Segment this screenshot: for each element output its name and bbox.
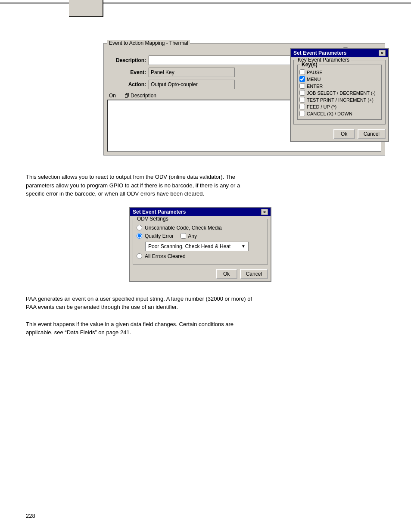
set-event-titlebar-1: Set Event Parameters × — [291, 49, 388, 57]
key-job-select-label: JOB SELECT / DECREMENT (-) — [307, 90, 376, 96]
radio-all-errors-input[interactable] — [137, 253, 142, 259]
action-value: Output Opto-coupler — [149, 80, 235, 89]
event-row: Event: Panel Key Set Event Parameters × … — [107, 68, 381, 77]
cancel-button-1[interactable]: Cancel — [358, 129, 386, 139]
dialog-buttons-1: Ok Cancel — [291, 127, 388, 141]
page-content: Event to Action Mapping - Thermal Uninte… — [26, 43, 385, 345]
event-value: Panel Key — [149, 68, 235, 77]
body-text-1: This selection allows you to react to ou… — [26, 173, 258, 198]
odv-titlebar: Set Event Parameters × — [130, 208, 271, 216]
dropdown-poor-scanning[interactable]: Poor Scanning, Check Head & Heat ▼ — [145, 242, 249, 251]
radio-unscannable-label: Unscannable Code, Check Media — [145, 225, 222, 231]
top-bar — [0, 0, 411, 3]
odv-settings-group: ODV Settings Unscannable Code, Check Med… — [133, 219, 268, 264]
key-pause-checkbox[interactable] — [299, 69, 305, 75]
ok-button-1[interactable]: Ok — [333, 129, 355, 139]
key-job-select: JOB SELECT / DECREMENT (-) — [299, 90, 380, 96]
key-enter: ENTER — [299, 83, 380, 89]
action-label: Action: — [107, 81, 146, 87]
first-dialog-wrapper: Event to Action Mapping - Thermal Uninte… — [103, 43, 385, 156]
page-number: 228 — [26, 513, 35, 519]
key-menu-checkbox[interactable] — [299, 76, 305, 82]
key-job-select-checkbox[interactable] — [299, 90, 305, 96]
key-test-print-label: TEST PRINT / INCREMENT (+) — [307, 97, 374, 103]
dialog-buttons-2: Ok Cancel — [130, 267, 271, 281]
radio-unscannable: Unscannable Code, Check Media — [137, 225, 264, 231]
event-label: Event: — [107, 69, 146, 75]
body-text-2: PAA generates an event on a user specifi… — [26, 295, 258, 311]
cancel-button-2[interactable]: Cancel — [240, 269, 268, 279]
key-feed-up-checkbox[interactable] — [299, 104, 305, 109]
set-event-title-1: Set Event Parameters — [293, 50, 346, 56]
keys-group: Key(s) PAUSE MENU — [297, 65, 382, 120]
ok-button-2[interactable]: Ok — [216, 269, 237, 279]
any-row: Any — [181, 233, 197, 239]
col-desc: Description — [131, 93, 156, 99]
table-icon: 🗍 — [125, 93, 129, 98]
radio-all-errors: All Errors Cleared — [137, 253, 264, 259]
keys-group-title: Key(s) — [300, 62, 319, 68]
top-tab — [69, 0, 103, 17]
set-event-parameters-dialog-1: Set Event Parameters × Key Event Paramet… — [290, 48, 389, 142]
odv-title: Set Event Parameters — [133, 209, 186, 215]
key-feed-up: FEED / UP (^) — [299, 104, 380, 109]
second-dialog-wrapper: Set Event Parameters × ODV Settings Unsc… — [129, 207, 385, 282]
key-feed-up-label: FEED / UP (^) — [307, 104, 336, 109]
dropdown-arrow-icon: ▼ — [241, 244, 246, 249]
key-cancel: CANCEL (X) / DOWN — [299, 111, 380, 116]
key-menu-label: MENU — [307, 77, 321, 82]
key-test-print: TEST PRINT / INCREMENT (+) — [299, 97, 380, 103]
col-desc-group: 🗍 Description — [125, 93, 156, 99]
key-test-print-checkbox[interactable] — [299, 97, 305, 103]
close-button-1[interactable]: × — [379, 50, 386, 56]
event-action-dialog-title: Event to Action Mapping - Thermal — [107, 40, 190, 46]
dropdown-row: Poor Scanning, Check Head & Heat ▼ — [145, 242, 264, 251]
radio-quality-error-label: Quality Error — [145, 233, 174, 239]
description-label: Description: — [107, 57, 146, 63]
key-pause-label: PAUSE — [307, 70, 322, 75]
body-text-3: This event happens if the value in a giv… — [26, 320, 258, 337]
key-pause: PAUSE — [299, 69, 380, 75]
key-enter-checkbox[interactable] — [299, 83, 305, 89]
radio-unscannable-input[interactable] — [137, 225, 142, 230]
col-on: On — [109, 93, 116, 99]
key-cancel-checkbox[interactable] — [299, 111, 305, 116]
radio-quality-error-input[interactable] — [137, 233, 142, 239]
odv-group-title: ODV Settings — [136, 216, 170, 222]
radio-quality-error-row: Quality Error Any — [137, 233, 264, 239]
key-enter-label: ENTER — [307, 84, 323, 89]
key-menu: MENU — [299, 76, 380, 82]
event-action-mapping-dialog: Event to Action Mapping - Thermal Uninte… — [103, 43, 385, 156]
key-event-parameters-group: Key Event Parameters Key(s) PAUSE — [293, 60, 386, 124]
key-cancel-label: CANCEL (X) / DOWN — [307, 111, 352, 116]
close-button-2[interactable]: × — [261, 209, 268, 215]
odv-settings-dialog: Set Event Parameters × ODV Settings Unsc… — [129, 207, 271, 282]
any-label: Any — [188, 233, 197, 239]
radio-all-errors-label: All Errors Cleared — [145, 253, 186, 259]
dropdown-value: Poor Scanning, Check Head & Heat — [148, 243, 230, 249]
any-checkbox[interactable] — [181, 233, 186, 239]
